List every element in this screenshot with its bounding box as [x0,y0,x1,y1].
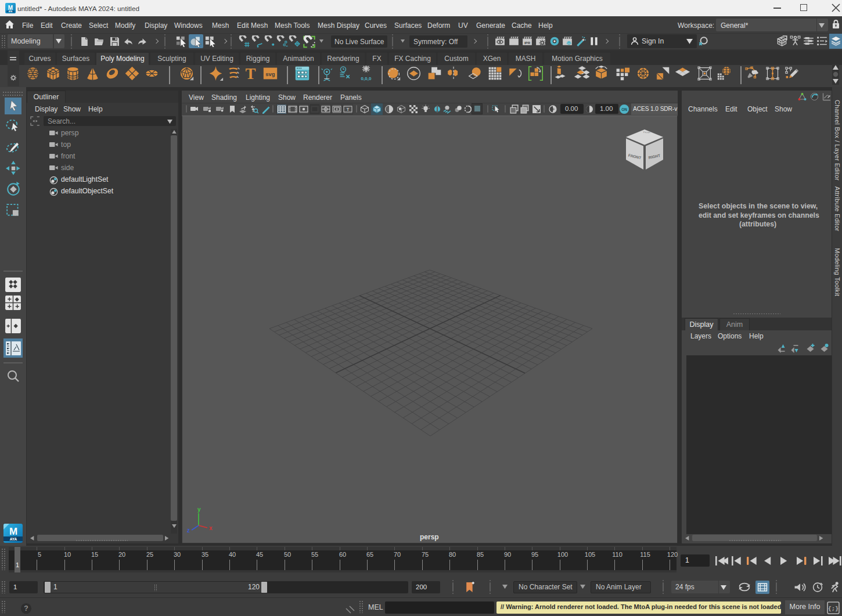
svg-text:z: z [187,527,190,534]
svg-text:AYA: AYA [10,537,17,541]
svg-text:ON: ON [621,107,627,111]
svg-text:?: ? [24,604,28,613]
svg-text:M: M [9,526,17,537]
svg-text:M: M [8,5,13,11]
svg-text:y: y [197,506,201,513]
svg-text:T: T [347,107,350,112]
svg-text:0,0,0: 0,0,0 [361,76,372,81]
svg-text:{;}: {;} [828,606,839,612]
svg-text:AYA: AYA [9,10,13,13]
svg-text:T: T [245,66,256,81]
svg-text:svg: svg [265,71,275,77]
svg-text:IPR: IPR [524,41,531,45]
svg-text:x: x [209,525,213,531]
